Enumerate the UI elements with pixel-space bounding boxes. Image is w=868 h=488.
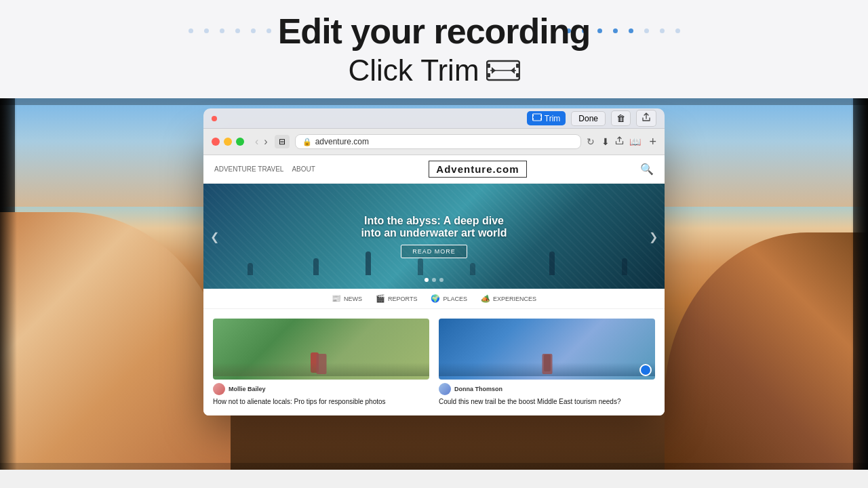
share-button[interactable] <box>636 110 656 127</box>
trim-button[interactable]: Trim <box>527 111 566 125</box>
subtitle: Click Trim <box>14 54 854 87</box>
svg-rect-1 <box>486 64 490 68</box>
browser-container: Trim Done 🗑 <box>203 108 665 415</box>
articles-grid: Mollie Bailey How not to alienate locals… <box>203 309 665 415</box>
download-button[interactable]: ⬇ <box>600 136 611 147</box>
reading-list-button[interactable]: 📖 <box>628 136 642 147</box>
article-card-2[interactable]: Donna Thomson Could this new trail be th… <box>439 319 655 406</box>
nav-link-about[interactable]: ABOUT <box>292 165 315 173</box>
share-page-button[interactable] <box>614 136 625 147</box>
desktop-area: Trim Done 🗑 <box>0 98 868 470</box>
url-text: adventure.com <box>315 137 369 146</box>
tab-overview-button[interactable]: ⊟ <box>275 135 290 148</box>
article-author-2: Donna Thomson <box>454 386 502 392</box>
quicktime-toolbar: Trim Done 🗑 <box>203 108 665 129</box>
category-reports[interactable]: 🎬 REPORTS <box>376 294 417 303</box>
category-nav: 📰 NEWS 🎬 REPORTS 🌍 PLACES 🏕️ <box>203 289 665 309</box>
trim-icon-symbol <box>486 58 520 83</box>
svg-rect-9 <box>540 115 542 117</box>
article-image-2 <box>439 319 655 380</box>
category-experiences-label: EXPERIENCES <box>493 296 536 302</box>
website-logo[interactable]: Adventure.com <box>429 161 526 178</box>
article-avatar-2 <box>439 383 451 395</box>
category-news-label: NEWS <box>344 296 362 302</box>
trim-button-icon <box>532 113 542 123</box>
category-places[interactable]: 🌍 PLACES <box>431 294 467 303</box>
places-icon: 🌍 <box>431 294 440 303</box>
svg-rect-4 <box>516 73 520 77</box>
news-icon: 📰 <box>332 294 341 303</box>
browser-minimize-dot[interactable] <box>224 138 232 146</box>
trash-button[interactable]: 🗑 <box>611 110 631 126</box>
website-search-icon[interactable]: 🔍 <box>640 163 654 176</box>
browser-traffic-lights <box>212 138 244 146</box>
article-meta-2: Donna Thomson <box>439 383 655 395</box>
svg-rect-8 <box>532 119 534 120</box>
desktop-background: Trim Done 🗑 <box>0 98 868 470</box>
article-title-1: How not to alienate locals: Pro tips for… <box>213 397 429 406</box>
article-card-1[interactable]: Mollie Bailey How not to alienate locals… <box>213 319 429 406</box>
hero-indicator-dots <box>425 278 443 282</box>
category-news[interactable]: 📰 NEWS <box>332 294 362 303</box>
svg-rect-6 <box>532 114 541 121</box>
hero-dot-3[interactable] <box>439 278 443 282</box>
browser-maximize-dot[interactable] <box>236 138 244 146</box>
hero-section: Into the abyss: A deep dive into an unde… <box>203 184 665 289</box>
website-content: ADVENTURE TRAVEL ABOUT Adventure.com 🔍 <box>203 155 665 415</box>
article-meta-1: Mollie Bailey <box>213 383 429 395</box>
category-reports-label: REPORTS <box>388 296 417 302</box>
hero-prev-arrow[interactable]: ❮ <box>210 230 219 243</box>
article-image-1 <box>213 319 429 380</box>
category-experiences[interactable]: 🏕️ EXPERIENCES <box>481 294 536 303</box>
done-button[interactable]: Done <box>571 111 606 126</box>
hero-next-arrow[interactable]: ❯ <box>649 230 658 243</box>
article-title-2: Could this new trail be the boost Middle… <box>439 397 655 406</box>
hero-dot-1[interactable] <box>425 278 429 282</box>
instruction-area: Edit your recording Click Trim <box>0 0 868 98</box>
reload-button[interactable]: ↻ <box>587 136 595 147</box>
category-places-label: PLACES <box>443 296 467 302</box>
qt-close-dot[interactable] <box>212 116 217 121</box>
browser-chrome: ‹ › ⊟ 🔒 adventure.com ↻ ⬇ <box>203 129 665 155</box>
article-badge-2 <box>639 364 652 376</box>
article-author-1: Mollie Bailey <box>229 386 266 392</box>
hero-navigation-arrows: ❮ ❯ <box>203 230 665 243</box>
new-tab-button[interactable]: + <box>649 135 656 149</box>
svg-rect-7 <box>532 115 534 117</box>
page-title: Edit your recording <box>14 12 854 51</box>
qt-window-controls <box>212 116 217 121</box>
address-bar[interactable]: 🔒 adventure.com <box>295 134 582 149</box>
website-nav: ADVENTURE TRAVEL ABOUT Adventure.com 🔍 <box>203 155 665 184</box>
lock-icon: 🔒 <box>302 138 312 146</box>
subtitle-text: Click Trim <box>348 54 479 87</box>
svg-rect-10 <box>540 119 542 120</box>
reports-icon: 🎬 <box>376 294 385 303</box>
trim-button-label: Trim <box>545 114 561 123</box>
browser-window: ‹ › ⊟ 🔒 adventure.com ↻ ⬇ <box>203 129 665 415</box>
hero-dot-2[interactable] <box>432 278 436 282</box>
back-button[interactable]: ‹ <box>254 136 260 148</box>
website-nav-links: ADVENTURE TRAVEL ABOUT <box>214 165 315 173</box>
read-more-button[interactable]: READ MORE <box>401 245 467 258</box>
browser-actions: ⬇ 📖 <box>600 136 642 147</box>
svg-rect-2 <box>486 73 490 77</box>
nav-link-adventure[interactable]: ADVENTURE TRAVEL <box>214 165 283 173</box>
experiences-icon: 🏕️ <box>481 294 490 303</box>
forward-button[interactable]: › <box>262 136 269 148</box>
svg-rect-3 <box>516 64 520 68</box>
browser-navigation: ‹ › <box>254 136 269 148</box>
browser-close-dot[interactable] <box>212 138 220 146</box>
article-avatar-1 <box>213 383 225 395</box>
